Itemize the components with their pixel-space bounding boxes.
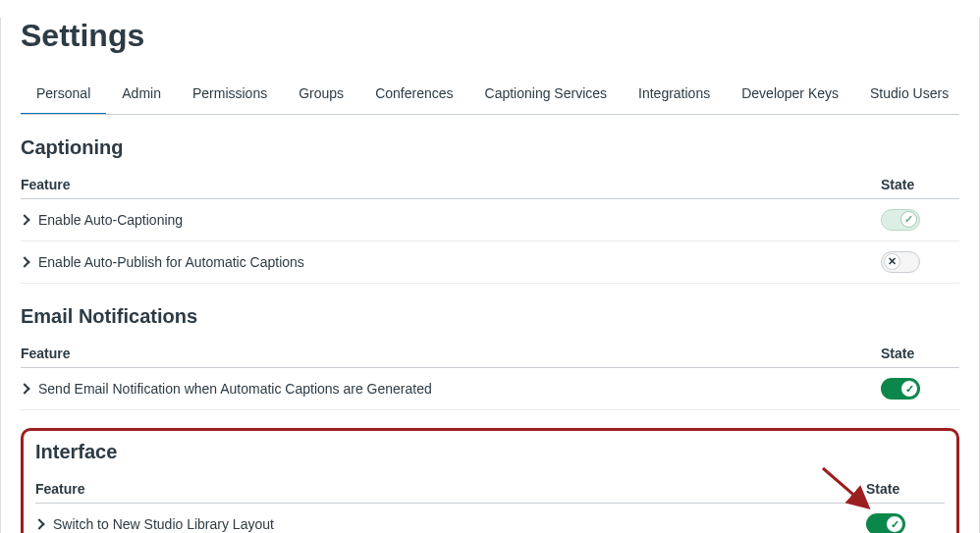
page-title: Settings (21, 18, 959, 54)
table-header: Feature State (21, 169, 959, 199)
toggle-auto-publish[interactable]: ✕ (881, 251, 920, 273)
column-header-feature: Feature (35, 481, 85, 497)
column-header-feature: Feature (21, 177, 71, 192)
tab-personal[interactable]: Personal (21, 76, 106, 115)
toggle-knob: ✓ (900, 380, 918, 398)
feature-row: Enable Auto-Captioning ✓ (21, 199, 959, 241)
toggle-auto-captioning[interactable]: ✓ (881, 209, 920, 231)
feature-label: Send Email Notification when Automatic C… (38, 381, 432, 397)
feature-row: Send Email Notification when Automatic C… (21, 368, 959, 410)
tabs-bar: Personal Admin Permissions Groups Confer… (21, 76, 959, 115)
tab-studio-users[interactable]: Studio Users (854, 76, 959, 115)
feature-row-left[interactable]: Switch to New Studio Library Layout (35, 516, 274, 532)
tab-conferences[interactable]: Conferences (359, 76, 468, 115)
table-header: Feature State (35, 473, 945, 504)
highlight-box: Interface Feature State Switch to New St… (21, 428, 959, 533)
tab-integrations[interactable]: Integrations (623, 76, 726, 115)
column-header-state: State (866, 481, 945, 497)
tab-developer-keys[interactable]: Developer Keys (726, 76, 854, 115)
chevron-right-icon (33, 518, 44, 529)
feature-label: Enable Auto-Captioning (38, 212, 183, 228)
toggle-new-layout[interactable]: ✓ (866, 513, 905, 533)
app-window: Settings Personal Admin Permissions Grou… (0, 18, 980, 533)
feature-row-left[interactable]: Enable Auto-Captioning (21, 212, 183, 228)
toggle-knob: ✕ (884, 253, 900, 270)
column-header-feature: Feature (21, 346, 71, 361)
feature-label: Switch to New Studio Library Layout (53, 516, 274, 532)
check-icon: ✓ (904, 213, 913, 226)
check-icon: ✓ (905, 383, 914, 396)
x-icon: ✕ (888, 255, 897, 268)
feature-row-left[interactable]: Send Email Notification when Automatic C… (21, 381, 432, 397)
section-title-captioning: Captioning (21, 136, 959, 159)
toggle-knob: ✓ (886, 515, 903, 533)
feature-row: Enable Auto-Publish for Automatic Captio… (21, 241, 959, 284)
feature-row: Switch to New Studio Library Layout ✓ (35, 504, 945, 533)
section-title-interface: Interface (35, 441, 945, 463)
tab-captioning-services[interactable]: Captioning Services (469, 76, 624, 115)
toggle-email-notification[interactable]: ✓ (881, 378, 920, 400)
check-icon: ✓ (891, 518, 899, 531)
tab-groups[interactable]: Groups (283, 76, 359, 115)
chevron-right-icon (19, 256, 29, 267)
section-title-email: Email Notifications (21, 305, 959, 328)
chevron-right-icon (19, 214, 29, 225)
tab-permissions[interactable]: Permissions (177, 76, 283, 115)
feature-row-left[interactable]: Enable Auto-Publish for Automatic Captio… (21, 254, 304, 270)
section-interface: Interface Feature State Switch to New St… (35, 441, 945, 533)
column-header-state: State (881, 177, 959, 192)
tab-admin[interactable]: Admin (106, 76, 177, 115)
table-header: Feature State (21, 338, 959, 368)
page: Settings Personal Admin Permissions Grou… (1, 18, 979, 533)
feature-label: Enable Auto-Publish for Automatic Captio… (38, 254, 304, 270)
column-header-state: State (881, 346, 959, 361)
chevron-right-icon (19, 383, 29, 394)
section-email-notifications: Email Notifications Feature State Send E… (21, 305, 959, 410)
toggle-knob: ✓ (900, 211, 917, 228)
section-captioning: Captioning Feature State Enable Auto-Cap… (21, 136, 959, 284)
